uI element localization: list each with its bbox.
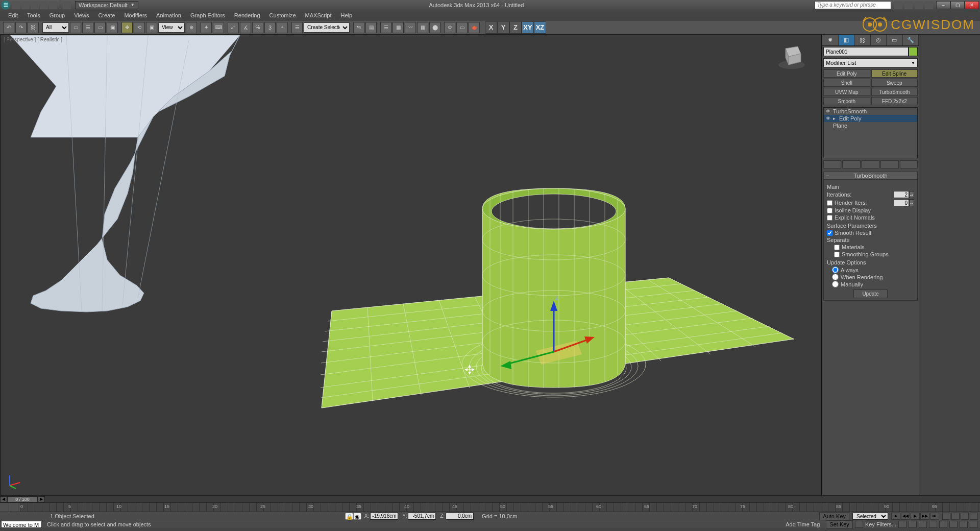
axis-constraint-z[interactable]: Z	[509, 21, 522, 34]
render-iters-check[interactable]	[827, 200, 832, 206]
track-filter-icon[interactable]	[9, 503, 18, 512]
infocenter-icon[interactable]	[894, 1, 902, 9]
axis-constraint-y[interactable]: Y	[497, 21, 509, 34]
named-selection-dropdown[interactable]: Create Selection Se	[304, 22, 350, 33]
select-name-icon[interactable]: ☰	[82, 22, 93, 33]
rollout-header-turbosmooth[interactable]: − TurboSmooth	[823, 172, 918, 180]
curve-editor-icon[interactable]: 〰	[405, 22, 416, 33]
snap-percent-icon[interactable]: %	[252, 22, 263, 33]
tab-motion-icon[interactable]: ◎	[871, 35, 887, 45]
stack-row-turbosmooth[interactable]: 👁 TurboSmooth	[824, 108, 917, 115]
next-frame-icon[interactable]: ▶▶	[920, 513, 929, 520]
key-icon[interactable]	[855, 521, 863, 528]
nav-maximize-icon[interactable]	[970, 521, 978, 528]
viewport-nav2-icon[interactable]	[951, 513, 960, 520]
setkey-button[interactable]: Set Key	[826, 520, 853, 528]
time-slider-prev-icon[interactable]: ◀	[0, 496, 7, 502]
mirror-icon[interactable]: ⇋	[353, 22, 364, 33]
menu-modifiers[interactable]: Modifiers	[120, 11, 151, 19]
eye-icon[interactable]: 👁	[826, 109, 831, 114]
window-crossing-icon[interactable]: ▣	[107, 22, 118, 33]
mod-btn-smooth[interactable]: Smooth	[823, 97, 870, 105]
select-region-rect-icon[interactable]: ▭	[94, 22, 106, 33]
smoothing-groups-check[interactable]	[834, 252, 840, 257]
menu-views[interactable]: Views	[70, 11, 93, 19]
rendered-frame-icon[interactable]: ▭	[456, 22, 468, 33]
graphite-icon[interactable]: ▦	[393, 22, 404, 33]
menu-maxscript[interactable]: MAXScript	[301, 11, 336, 19]
mod-btn-turbosmooth[interactable]: TurboSmooth	[871, 88, 918, 96]
tab-utilities-icon[interactable]: 🔧	[903, 35, 919, 45]
coord-z-input[interactable]	[446, 513, 474, 520]
update-button[interactable]: Update	[853, 289, 887, 298]
align-icon[interactable]: ▤	[365, 22, 377, 33]
edit-named-sel-icon[interactable]: ☰	[291, 22, 303, 33]
qat-redo-icon[interactable]	[49, 1, 57, 9]
mod-btn-editspline[interactable]: Edit Spline	[871, 69, 918, 78]
layer-manager-icon[interactable]: ☰	[380, 22, 391, 33]
material-editor-icon[interactable]: ⬤	[429, 22, 440, 33]
render-prod-icon[interactable]: 🫖	[469, 22, 480, 33]
eye-icon[interactable]: 👁	[826, 116, 831, 121]
select-scale-icon[interactable]: ▣	[146, 22, 157, 33]
link-icon[interactable]: ⛓	[28, 22, 39, 33]
smooth-result-check[interactable]	[827, 230, 832, 236]
goto-end-icon[interactable]: ⏭	[930, 513, 939, 520]
menu-help[interactable]: Help	[337, 11, 357, 19]
update-always-radio[interactable]	[832, 267, 839, 273]
tab-display-icon[interactable]: ▭	[887, 35, 903, 45]
menu-graph-editors[interactable]: Graph Editors	[186, 11, 229, 19]
make-unique-icon[interactable]	[862, 160, 879, 168]
key-filter-dropdown[interactable]: Selected	[852, 513, 888, 520]
show-end-result-icon[interactable]	[842, 160, 860, 168]
mini-curve-editor-icon[interactable]	[0, 503, 9, 512]
stack-row-editpoly[interactable]: 👁 ▸ Edit Poly	[824, 115, 917, 122]
explicit-normals-check[interactable]	[827, 215, 832, 221]
update-manual-radio[interactable]	[832, 281, 839, 287]
select-move-icon[interactable]: ✥	[121, 22, 133, 33]
nav-pan-icon[interactable]	[949, 521, 958, 528]
iterations-input[interactable]	[894, 191, 909, 198]
menu-customize[interactable]: Customize	[265, 11, 300, 19]
maxscript-listener[interactable]: Welcome to M	[1, 521, 42, 528]
menu-animation[interactable]: Animation	[152, 11, 185, 19]
qat-open-icon[interactable]	[21, 1, 30, 9]
qat-new-icon[interactable]	[12, 1, 20, 9]
mod-btn-ffd[interactable]: FFD 2x2x2	[871, 97, 918, 105]
time-slider[interactable]: ◀ 0 / 100 ▶	[0, 495, 980, 502]
viewport-perspective[interactable]: [ Perspective ] [ Realistic ]	[0, 35, 822, 495]
time-slider-track[interactable]	[45, 496, 980, 502]
materials-check[interactable]	[834, 245, 840, 250]
mod-btn-shell[interactable]: Shell	[823, 79, 870, 87]
update-render-radio[interactable]	[832, 274, 839, 280]
viewport-nav1-icon[interactable]	[942, 513, 950, 520]
nav-zoom-icon[interactable]	[909, 521, 917, 528]
mod-btn-uvwmap[interactable]: UVW Map	[823, 88, 870, 96]
key-filters-button[interactable]: Key Filters...	[865, 521, 896, 527]
mod-btn-sweep[interactable]: Sweep	[871, 79, 918, 87]
qat-link-icon[interactable]	[63, 1, 71, 9]
schematic-icon[interactable]: ▦	[417, 22, 428, 33]
app-icon[interactable]: ☰	[1, 1, 10, 10]
menu-create[interactable]: Create	[94, 11, 119, 19]
signin-icon[interactable]	[904, 1, 913, 9]
add-time-tag[interactable]: Add Time Tag	[781, 521, 824, 527]
coord-x-input[interactable]	[370, 513, 398, 520]
nav-zoom-all-icon[interactable]	[919, 521, 927, 528]
maximize-button[interactable]: ▢	[950, 1, 965, 9]
snap-2d-icon[interactable]: ⸔	[228, 22, 239, 33]
modifier-list-dropdown[interactable]: Modifier List ▼	[823, 58, 918, 67]
snap-angle-icon[interactable]: ∡	[240, 22, 251, 33]
snap-3-icon[interactable]: 3	[264, 22, 276, 33]
axis-constraint-xy[interactable]: XY	[522, 21, 534, 34]
expand-icon[interactable]: ▸	[833, 116, 837, 121]
keyboard-shortcut-icon[interactable]: ⌨	[213, 22, 224, 33]
isoline-check[interactable]	[827, 208, 832, 213]
minimize-button[interactable]: –	[936, 1, 950, 9]
time-config-icon[interactable]	[898, 521, 906, 528]
isolate-icon[interactable]: ◉	[353, 513, 361, 520]
track-ruler[interactable]: 0510152025303540455055606570758085909510…	[20, 503, 980, 512]
track-bar[interactable]: 0510152025303540455055606570758085909510…	[0, 502, 980, 512]
spinner-arrows-icon[interactable]: ▴▾	[909, 191, 914, 198]
nav-orbit-icon[interactable]	[960, 521, 968, 528]
